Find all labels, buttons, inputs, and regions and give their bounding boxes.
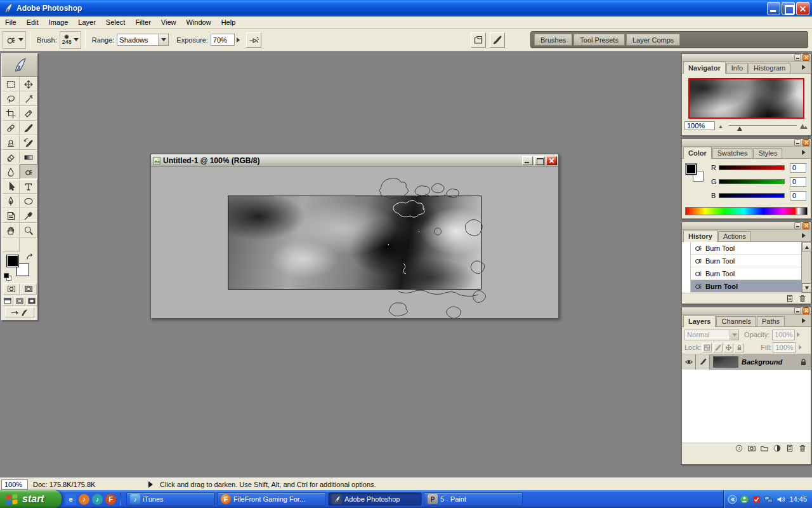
fill-slider-arrow-icon[interactable] (799, 345, 804, 350)
gradient-tool[interactable] (20, 150, 37, 164)
color-spectrum-ramp[interactable] (685, 207, 808, 215)
delete-state-icon[interactable] (798, 294, 807, 303)
taskbar-button-photoshop[interactable]: Adobe Photoshop (328, 492, 422, 506)
zoom-tool[interactable] (20, 223, 37, 237)
tab-paths[interactable]: Paths (757, 316, 785, 326)
menu-help[interactable]: Help (216, 17, 241, 29)
well-tab-tool-presets[interactable]: Tool Presets (573, 34, 625, 46)
blue-value-field[interactable]: 0 (790, 191, 806, 201)
type-tool[interactable] (20, 179, 37, 194)
volume-icon[interactable] (776, 495, 785, 504)
internet-explorer-icon[interactable]: e (65, 494, 76, 505)
dropdown-button[interactable] (158, 34, 168, 45)
tab-histogram[interactable]: Histogram (749, 63, 790, 73)
history-source-checkbox[interactable] (682, 267, 691, 280)
panel-minimize-icon[interactable] (794, 139, 801, 146)
rect-marquee-tool[interactable] (2, 77, 20, 91)
range-select[interactable]: Shadows (117, 34, 169, 46)
new-document-from-state-icon[interactable] (785, 294, 794, 303)
hide-icons-chevron-icon[interactable] (728, 495, 737, 504)
new-layer-set-icon[interactable] (760, 444, 769, 453)
menu-file[interactable]: File (0, 17, 22, 29)
minimize-button[interactable] (767, 2, 780, 15)
history-grip[interactable] (682, 222, 811, 230)
pen-tool[interactable] (2, 194, 20, 208)
exposure-field[interactable]: 70% (211, 34, 235, 46)
jump-to-imageready-button[interactable] (5, 307, 34, 318)
document-titlebar[interactable]: Untitled-1 @ 100% (RGB/8) (151, 154, 558, 167)
new-layer-icon[interactable] (785, 444, 794, 453)
blur-tool[interactable] (2, 164, 20, 179)
brush-tool[interactable] (20, 121, 37, 135)
navigator-preview[interactable] (688, 78, 804, 119)
doc-maximize-button[interactable] (534, 156, 545, 165)
tab-color[interactable]: Color (683, 147, 712, 159)
menu-window[interactable]: Window (181, 17, 216, 29)
antivirus-icon[interactable] (752, 495, 761, 504)
start-button[interactable]: start (0, 490, 62, 508)
scroll-down-icon[interactable] (802, 283, 811, 293)
taskbar-button-paint[interactable]: P 5 - Paint (424, 492, 523, 506)
close-button[interactable] (796, 2, 809, 15)
tab-actions[interactable]: Actions (718, 231, 751, 241)
tab-channels[interactable]: Channels (716, 316, 756, 326)
well-tab-layer-comps[interactable]: Layer Comps (626, 34, 680, 46)
red-slider[interactable] (719, 165, 785, 170)
background-layer-row[interactable]: Background (682, 354, 811, 370)
dropdown-button[interactable] (730, 330, 738, 340)
eyedropper-tool[interactable] (20, 208, 37, 223)
add-layer-style-icon[interactable]: f (735, 444, 743, 453)
hand-tool[interactable] (2, 223, 20, 237)
doc-close-button[interactable] (546, 156, 557, 165)
history-source-checkbox[interactable] (682, 280, 691, 293)
history-scrollbar[interactable] (801, 242, 811, 293)
firefox-icon[interactable]: F (105, 494, 116, 505)
notes-tool[interactable] (2, 208, 20, 223)
green-value-field[interactable]: 0 (790, 177, 806, 187)
add-layer-mask-icon[interactable] (747, 444, 756, 453)
healing-brush-tool[interactable] (2, 121, 20, 135)
document-canvas-area[interactable] (151, 167, 558, 318)
layer-visibility-toggle[interactable] (682, 354, 696, 370)
panel-close-icon[interactable] (802, 222, 809, 229)
fill-field[interactable]: 100% (773, 342, 796, 353)
layers-grip[interactable] (682, 307, 811, 315)
lock-transparency-icon[interactable] (702, 343, 712, 352)
tool-preset-picker[interactable] (3, 31, 26, 49)
file-browser-toggle-button[interactable] (471, 32, 486, 48)
quick-mask-mode-button[interactable] (20, 283, 37, 295)
tab-navigator[interactable]: Navigator (683, 62, 726, 74)
history-state[interactable]: Burn Tool (682, 255, 801, 267)
panel-close-icon[interactable] (802, 307, 809, 314)
lock-all-icon[interactable] (735, 343, 744, 352)
network-icon[interactable] (764, 495, 773, 504)
history-source-checkbox[interactable] (682, 242, 691, 255)
maximize-button[interactable] (782, 2, 795, 15)
brushes-palette-toggle-button[interactable] (490, 32, 505, 48)
lasso-tool[interactable] (2, 91, 20, 106)
menu-filter[interactable]: Filter (130, 17, 155, 29)
history-state[interactable]: Burn Tool (682, 267, 801, 280)
foreground-color-swatch[interactable] (686, 164, 697, 175)
menu-view[interactable]: View (156, 17, 181, 29)
panel-minimize-icon[interactable] (794, 222, 801, 229)
zoom-in-icon[interactable] (799, 122, 808, 130)
navigator-zoom-field[interactable]: 100% (684, 121, 715, 130)
scroll-up-icon[interactable] (802, 242, 811, 251)
panel-close-icon[interactable] (802, 139, 809, 146)
opacity-slider-arrow-icon[interactable] (797, 332, 802, 337)
airbrush-toggle-button[interactable] (246, 32, 261, 48)
exposure-slider-arrow-icon[interactable] (237, 37, 242, 43)
blue-slider[interactable] (719, 193, 785, 198)
doc-minimize-button[interactable] (522, 156, 533, 165)
crop-tool[interactable] (2, 106, 20, 121)
color-grip[interactable] (682, 139, 811, 147)
ellipse-shape-tool[interactable] (20, 194, 37, 208)
panel-minimize-icon[interactable] (794, 54, 801, 61)
opacity-field[interactable]: 100% (772, 330, 795, 340)
itunes-quicklaunch-icon[interactable]: ♪ (92, 494, 103, 505)
history-state[interactable]: Burn Tool (682, 242, 801, 255)
canvas-image[interactable] (228, 196, 481, 290)
fullscreen-mode-button[interactable] (26, 296, 37, 306)
move-tool[interactable] (20, 77, 37, 91)
